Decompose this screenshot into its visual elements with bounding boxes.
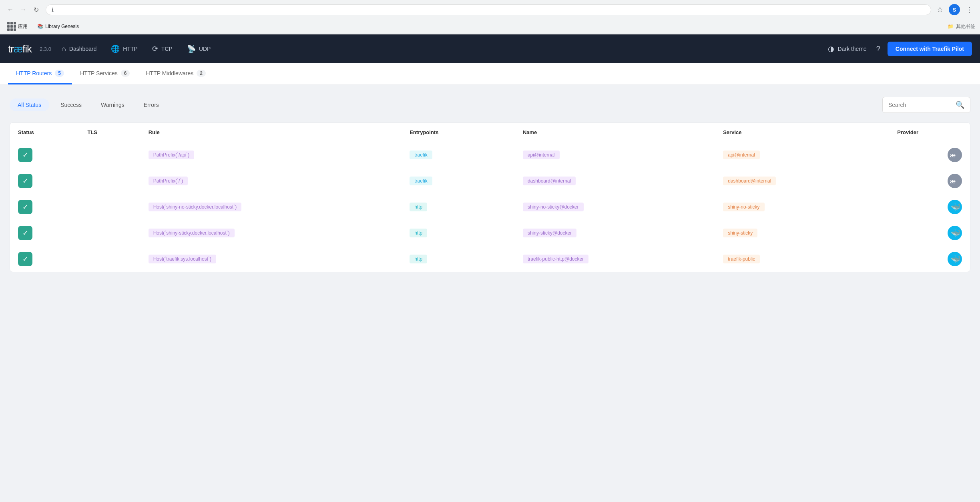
service-tag: shiny-sticky xyxy=(723,229,757,237)
cell-entrypoint: traefik xyxy=(402,142,515,168)
nav-buttons: ← → ↻ xyxy=(5,4,42,15)
tabs-bar: HTTP Routers 5 HTTP Services 6 HTTP Midd… xyxy=(0,63,980,85)
cell-status: ✓ xyxy=(10,194,79,220)
search-input[interactable] xyxy=(888,102,952,108)
reload-button[interactable]: ↻ xyxy=(30,4,42,15)
name-tag: shiny-no-sticky@docker xyxy=(523,203,584,211)
svg-text:🐳: 🐳 xyxy=(951,228,961,237)
status-check-icon: ✓ xyxy=(18,148,32,162)
filter-all-status[interactable]: All Status xyxy=(10,98,49,111)
dark-theme-icon: ◑ xyxy=(828,44,834,53)
help-icon[interactable]: ? xyxy=(873,42,884,56)
filter-success[interactable]: Success xyxy=(52,98,90,111)
forward-button[interactable]: → xyxy=(18,4,29,15)
tab-http-middlewares[interactable]: HTTP Middlewares 2 xyxy=(138,63,213,84)
table: Status TLS Rule Entrypoints Name Service… xyxy=(10,123,970,272)
tab-http-routers[interactable]: HTTP Routers 5 xyxy=(8,63,72,84)
url-input[interactable]: traefik.sys.localhost/dashboard/#/http/r… xyxy=(57,7,925,13)
folder-icon: 📁 xyxy=(948,24,954,29)
entrypoint-tag: http xyxy=(410,203,427,211)
filter-errors[interactable]: Errors xyxy=(136,98,167,111)
menu-icon[interactable]: ⋮ xyxy=(964,3,975,16)
cell-rule: PathPrefix(`/`) xyxy=(141,168,402,194)
nav-dashboard-label: Dashboard xyxy=(69,46,97,52)
cell-provider: æ xyxy=(889,168,970,194)
col-header-tls: TLS xyxy=(79,123,140,142)
service-tag: dashboard@internal xyxy=(723,177,776,185)
col-header-entrypoints: Entrypoints xyxy=(402,123,515,142)
name-tag: traefik-public-http@docker xyxy=(523,255,588,263)
table-row[interactable]: ✓Host(`traefik.sys.localhost`)httptraefi… xyxy=(10,246,970,272)
nav-udp[interactable]: 📡 UDP xyxy=(181,41,217,56)
tab-http-routers-badge: 5 xyxy=(55,70,64,77)
name-tag: shiny-sticky@docker xyxy=(523,229,576,237)
nav-http[interactable]: 🌐 HTTP xyxy=(104,41,144,56)
libgen-favicon: 📚 xyxy=(37,24,43,29)
apps-label: 应用 xyxy=(18,23,28,30)
entrypoint-tag: http xyxy=(410,255,427,263)
cell-entrypoint: http xyxy=(402,194,515,220)
rule-tag: PathPrefix(`/`) xyxy=(149,177,188,185)
cell-rule: Host(`shiny-sticky.docker.localhost`) xyxy=(141,220,402,246)
rule-tag: Host(`shiny-no-sticky.docker.localhost`) xyxy=(149,203,242,211)
col-header-name: Name xyxy=(515,123,715,142)
internal-provider-icon: æ xyxy=(948,174,962,188)
cell-name: dashboard@internal xyxy=(515,168,715,194)
col-header-rule: Rule xyxy=(141,123,402,142)
tab-http-routers-label: HTTP Routers xyxy=(16,70,52,76)
filter-warnings[interactable]: Warnings xyxy=(93,98,133,111)
tab-http-services[interactable]: HTTP Services 6 xyxy=(72,63,138,84)
logo-text: træfik xyxy=(8,43,32,55)
traefik-logo: træfik xyxy=(8,43,32,55)
search-box[interactable]: 🔍 xyxy=(882,97,970,113)
cell-status: ✓ xyxy=(10,142,79,168)
entrypoint-tag: http xyxy=(410,229,427,237)
rule-tag: Host(`traefik.sys.localhost`) xyxy=(149,255,216,263)
cell-name: shiny-no-sticky@docker xyxy=(515,194,715,220)
dark-theme-label: Dark theme xyxy=(837,46,866,52)
cell-service: shiny-no-sticky xyxy=(715,194,889,220)
status-check-icon: ✓ xyxy=(18,174,32,188)
star-icon[interactable]: ☆ xyxy=(935,4,945,16)
apps-button[interactable]: 应用 xyxy=(5,21,30,32)
cell-rule: Host(`traefik.sys.localhost`) xyxy=(141,246,402,272)
col-header-provider: Provider xyxy=(889,123,970,142)
table-row[interactable]: ✓Host(`shiny-no-sticky.docker.localhost`… xyxy=(10,194,970,220)
cell-rule: PathPrefix(`/api`) xyxy=(141,142,402,168)
nav-tcp[interactable]: ⟳ TCP xyxy=(146,41,179,56)
filter-bar: All Status Success Warnings Errors 🔍 xyxy=(10,97,970,113)
address-bar[interactable]: ℹ traefik.sys.localhost/dashboard/#/http… xyxy=(46,4,931,15)
table-row[interactable]: ✓Host(`shiny-sticky.docker.localhost`)ht… xyxy=(10,220,970,246)
search-icon: 🔍 xyxy=(956,100,964,109)
avatar[interactable]: S xyxy=(949,4,960,15)
back-button[interactable]: ← xyxy=(5,4,16,15)
globe-icon: 🌐 xyxy=(111,44,120,53)
bookmark-libgen[interactable]: 📚 Library Genesis xyxy=(35,22,81,30)
tab-http-services-label: HTTP Services xyxy=(80,70,118,76)
tab-http-middlewares-label: HTTP Middlewares xyxy=(146,70,193,76)
cell-provider: 🐳 xyxy=(889,194,970,220)
name-tag: api@internal xyxy=(523,151,560,159)
svg-text:🐳: 🐳 xyxy=(951,254,961,263)
docker-icon: 🐳 xyxy=(948,226,962,240)
cell-status: ✓ xyxy=(10,246,79,272)
status-check-icon: ✓ xyxy=(18,200,32,214)
table-row[interactable]: ✓PathPrefix(`/api`)traefikapi@internalap… xyxy=(10,142,970,168)
col-header-service: Service xyxy=(715,123,889,142)
service-tag: api@internal xyxy=(723,151,760,159)
internal-provider-icon: æ xyxy=(948,148,962,162)
connect-button[interactable]: Connect with Traefik Pilot xyxy=(888,42,972,56)
rule-tag: Host(`shiny-sticky.docker.localhost`) xyxy=(149,229,235,237)
tab-http-services-badge: 6 xyxy=(121,70,130,77)
routers-table: Status TLS Rule Entrypoints Name Service… xyxy=(10,122,970,272)
cell-name: traefik-public-http@docker xyxy=(515,246,715,272)
cell-name: api@internal xyxy=(515,142,715,168)
nav-dashboard[interactable]: ⌂ Dashboard xyxy=(55,42,103,56)
entrypoint-tag: traefik xyxy=(410,177,432,185)
other-bookmarks-label: 其他书签 xyxy=(956,23,975,30)
dark-theme-toggle[interactable]: ◑ Dark theme xyxy=(821,41,873,56)
svg-text:æ: æ xyxy=(950,178,956,185)
home-icon: ⌂ xyxy=(62,45,66,53)
table-row[interactable]: ✓PathPrefix(`/`)traefikdashboard@interna… xyxy=(10,168,970,194)
cell-entrypoint: http xyxy=(402,220,515,246)
